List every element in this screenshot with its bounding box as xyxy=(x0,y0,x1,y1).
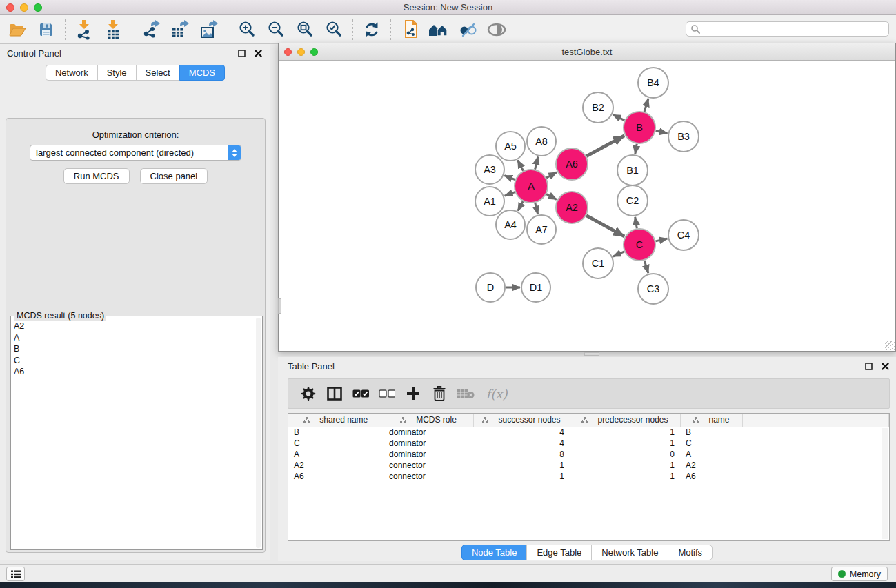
cell-name[interactable]: A6 xyxy=(680,471,742,482)
export-image-icon[interactable] xyxy=(197,18,221,41)
graph-edge-A-A4[interactable] xyxy=(518,201,523,211)
graph-edge-A-A1[interactable] xyxy=(505,192,515,196)
close-table-panel-icon[interactable] xyxy=(879,361,890,372)
graph-edge-B-B4[interactable] xyxy=(644,99,648,112)
panel-divider-grip[interactable] xyxy=(584,352,599,356)
graph-edge-C-C3[interactable] xyxy=(644,261,648,273)
graph-node-A7[interactable]: A7 xyxy=(527,215,556,244)
graph-node-C4[interactable]: C4 xyxy=(668,220,699,250)
graph-node-C3[interactable]: C3 xyxy=(638,274,668,304)
graph-node-B1[interactable]: B1 xyxy=(617,155,648,185)
graph-node-C[interactable]: C xyxy=(624,229,655,261)
hide-glasses-icon[interactable] xyxy=(456,18,479,41)
cell-predecessor[interactable]: 1 xyxy=(570,471,680,482)
graph-edge-B-B1[interactable] xyxy=(635,144,637,154)
function-builder-icon[interactable]: f(x) xyxy=(481,383,512,404)
mcds-result-item[interactable]: B xyxy=(14,343,255,355)
graph-node-D1[interactable]: D1 xyxy=(521,273,550,302)
graph-node-D[interactable]: D xyxy=(476,273,505,302)
run-mcds-button[interactable]: Run MCDS xyxy=(63,168,130,184)
graph-node-A8[interactable]: A8 xyxy=(527,127,556,156)
graph-node-A5[interactable]: A5 xyxy=(496,132,525,161)
graph-node-B3[interactable]: B3 xyxy=(668,121,699,152)
table-row-A6[interactable]: A6connector11A6 xyxy=(288,471,889,482)
cell-mcds_role[interactable]: dominator xyxy=(384,427,473,438)
graph-edge-A-A8[interactable] xyxy=(535,156,538,169)
column-header-successor-nodes[interactable]: successor nodes xyxy=(473,414,570,427)
graph-node-C1[interactable]: C1 xyxy=(583,248,613,278)
search-input[interactable] xyxy=(703,24,888,34)
graph-edge-B-B3[interactable] xyxy=(656,131,668,133)
table-row-A2[interactable]: A2connector11A2 xyxy=(288,460,889,471)
graph-edge-A2-C[interactable] xyxy=(586,216,624,236)
column-header-name[interactable]: name xyxy=(680,414,742,427)
tab-network-table[interactable]: Network Table xyxy=(591,545,668,560)
cell-shared_name[interactable]: B xyxy=(288,427,384,438)
home-icon[interactable] xyxy=(427,18,450,41)
column-header-predecessor-nodes[interactable]: predecessor nodes xyxy=(570,414,680,427)
graph-edge-A-A2[interactable] xyxy=(546,194,557,200)
cell-mcds_role[interactable]: connector xyxy=(384,471,473,482)
zoom-out-icon[interactable] xyxy=(264,18,288,41)
import-table-icon[interactable] xyxy=(101,18,125,41)
graph-node-B2[interactable]: B2 xyxy=(583,92,613,123)
graph-edge-A-A5[interactable] xyxy=(518,160,524,170)
float-panel-icon[interactable] xyxy=(236,48,247,59)
network-canvas[interactable]: B4B2BB3B1A5A8A3A6AA1C2A2A4A7CC4C1C3DD1 xyxy=(279,61,895,351)
graph-edge-C-C4[interactable] xyxy=(655,239,667,241)
cell-mcds_role[interactable]: dominator xyxy=(384,449,473,460)
cell-successor[interactable]: 8 xyxy=(473,449,570,460)
add-column-plus-icon[interactable] xyxy=(403,383,424,404)
column-view-icon[interactable] xyxy=(324,383,345,404)
graph-edge-B-B2[interactable] xyxy=(613,114,625,120)
export-network-icon[interactable] xyxy=(139,18,163,41)
graph-edge-A-A6[interactable] xyxy=(546,172,557,178)
graph-node-B4[interactable]: B4 xyxy=(638,68,668,98)
deselect-all-checkboxes-icon[interactable] xyxy=(377,383,397,404)
tab-select[interactable]: Select xyxy=(136,65,180,81)
tab-node-table[interactable]: Node Table xyxy=(461,545,528,560)
graph-node-A2[interactable]: A2 xyxy=(556,192,588,223)
cell-name[interactable]: A2 xyxy=(680,460,742,471)
export-table-icon[interactable] xyxy=(168,18,192,41)
cell-mcds_role[interactable]: dominator xyxy=(384,438,473,449)
select-all-checkboxes-icon[interactable] xyxy=(350,383,371,404)
graph-node-A3[interactable]: A3 xyxy=(475,155,504,184)
cell-successor[interactable]: 4 xyxy=(473,427,570,438)
zoom-in-icon[interactable] xyxy=(235,18,259,41)
mcds-result-item[interactable]: C xyxy=(14,355,255,367)
graph-node-A1[interactable]: A1 xyxy=(475,187,504,216)
memory-button[interactable]: Memory xyxy=(831,567,888,581)
column-header-shared-name[interactable]: shared name xyxy=(288,414,384,427)
close-panel-button[interactable]: Close panel xyxy=(140,168,208,184)
tab-edge-table[interactable]: Edge Table xyxy=(526,545,592,560)
window-resize-grip[interactable] xyxy=(885,341,895,350)
cell-shared_name[interactable]: A6 xyxy=(288,471,384,482)
graph-node-A6[interactable]: A6 xyxy=(556,148,588,180)
cell-predecessor[interactable]: 0 xyxy=(570,449,680,460)
tab-mcds[interactable]: MCDS xyxy=(179,65,225,81)
graph-edge-C-C1[interactable] xyxy=(613,252,624,256)
cell-shared_name[interactable]: C xyxy=(288,438,384,449)
zoom-fit-icon[interactable] xyxy=(293,18,317,41)
cell-mcds_role[interactable]: connector xyxy=(384,460,473,471)
graph-node-A4[interactable]: A4 xyxy=(496,210,525,239)
show-panels-list-button[interactable] xyxy=(6,567,25,581)
cell-predecessor[interactable]: 1 xyxy=(570,460,680,471)
zoom-selected-icon[interactable] xyxy=(322,18,346,41)
cell-successor[interactable]: 1 xyxy=(473,460,570,471)
table-row-B[interactable]: Bdominator41B xyxy=(288,427,889,438)
cell-name[interactable]: A xyxy=(680,449,742,460)
open-session-icon[interactable] xyxy=(6,18,29,41)
delete-column-trash-icon[interactable] xyxy=(429,383,450,404)
table-row-A[interactable]: Adominator80A xyxy=(288,449,889,460)
float-table-panel-icon[interactable] xyxy=(863,361,874,372)
save-session-icon[interactable] xyxy=(34,18,58,41)
close-panel-icon[interactable] xyxy=(252,48,263,59)
cell-successor[interactable]: 4 xyxy=(473,438,570,449)
refresh-layout-icon[interactable] xyxy=(360,18,384,41)
cell-predecessor[interactable]: 1 xyxy=(570,427,680,438)
tab-motifs[interactable]: Motifs xyxy=(668,545,713,560)
result-scrollbar[interactable] xyxy=(256,318,261,548)
tab-style[interactable]: Style xyxy=(97,65,137,81)
